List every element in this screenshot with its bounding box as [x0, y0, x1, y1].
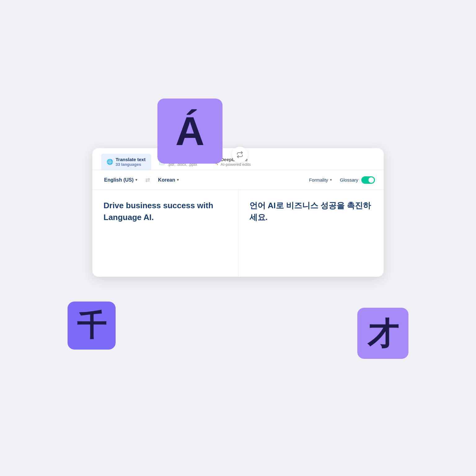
language-bar: English (US) ▾ ⇄ Korean ▾ Formality ▾ Gl… — [92, 170, 384, 190]
target-text: 언어 AI로 비즈니스 성공을 촉진하세요. — [249, 200, 373, 223]
tile-kanji-left: 千 — [68, 302, 116, 350]
swap-languages-button[interactable] — [232, 147, 248, 163]
source-pane[interactable]: Drive business success with Language AI. — [92, 190, 238, 277]
toggle-knob — [368, 177, 374, 183]
source-lang-chevron-icon: ▾ — [135, 178, 137, 182]
target-pane: 언어 AI로 비즈니스 성공을 촉진하세요. — [238, 190, 384, 277]
tab-translate-text[interactable]: 🌐 Translate text 33 languages — [101, 154, 151, 170]
tile-kanji-right: 才 — [357, 308, 408, 359]
target-lang-chevron-icon: ▾ — [177, 178, 179, 182]
scene: Á 🌐 Translate text 33 languages 📄 T — [68, 99, 408, 377]
direction-arrows-icon: ⇄ — [144, 177, 151, 183]
source-language-selector[interactable]: English (US) ▾ — [101, 175, 140, 185]
glossary-label: Glossary — [340, 177, 358, 183]
source-text: Drive business success with Language AI. — [104, 200, 227, 223]
formality-button[interactable]: Formality ▾ — [305, 175, 336, 185]
globe-icon: 🌐 — [107, 159, 113, 165]
source-language-label: English (US) — [104, 177, 134, 183]
formality-label: Formality — [309, 177, 328, 183]
glossary-toggle-container: Glossary — [340, 176, 375, 184]
translation-area: Drive business success with Language AI.… — [92, 190, 384, 277]
tile-accented-a: Á — [157, 99, 223, 164]
main-card: 🌐 Translate text 33 languages 📄 Translat… — [92, 148, 384, 277]
target-language-selector[interactable]: Korean ▾ — [155, 175, 182, 185]
formality-chevron-icon: ▾ — [330, 178, 332, 182]
target-language-label: Korean — [158, 177, 175, 183]
glossary-toggle[interactable] — [361, 176, 375, 184]
